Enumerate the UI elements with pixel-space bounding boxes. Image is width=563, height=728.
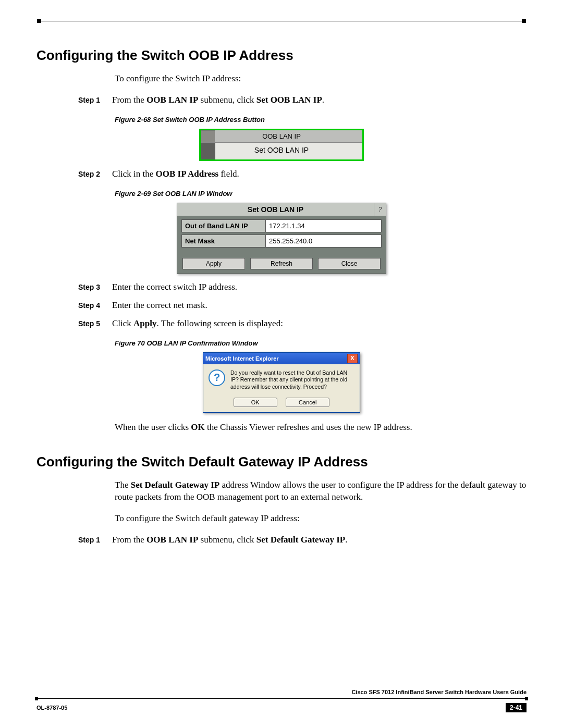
dialog-message: Do you really want to reset the Out of B…	[230, 369, 354, 391]
step-label: Step 3	[78, 282, 112, 292]
figure-69-caption: Figure 2-69 Set OOB LAN IP Window	[115, 190, 527, 198]
close-button[interactable]: Close	[318, 258, 381, 269]
step-label: Step 5	[78, 319, 112, 329]
dialog-titlebar: Microsoft Internet Explorer	[205, 355, 347, 362]
section-heading-default-gateway: Configuring the Switch Default Gateway I…	[36, 454, 527, 470]
step-text: From the OOB LAN IP submenu, click Set D…	[112, 534, 527, 546]
menu-item-set-oob-lan-ip[interactable]: Set OOB LAN IP	[201, 143, 362, 159]
step-label: Step 2	[78, 169, 112, 179]
refresh-button[interactable]: Refresh	[250, 258, 313, 269]
step-text: Click Apply. The following screen is dis…	[112, 318, 527, 330]
footer-horizontal-rule	[36, 698, 527, 702]
intro-text-oob: To configure the Switch IP address:	[115, 73, 527, 85]
label-net-mask: Net Mask	[181, 235, 266, 248]
step-5-oob: Step 5 Click Apply. The following screen…	[78, 318, 527, 330]
help-icon[interactable]: ?	[374, 203, 386, 216]
step-text: Enter the correct net mask.	[112, 300, 527, 312]
figure-70-caption: Figure 70 OOB LAN IP Confirmation Window	[115, 339, 527, 347]
footer-page-number: 2-41	[506, 703, 527, 712]
label-out-of-band-ip: Out of Band LAN IP	[181, 219, 266, 232]
step-text: Click in the OOB IP Address field.	[112, 168, 527, 180]
step-label: Step 1	[78, 95, 112, 105]
figure-69-window: Set OOB LAN IP ? Out of Band LAN IP Net …	[177, 203, 386, 274]
close-icon[interactable]: X	[347, 354, 358, 363]
oob-ip-address-field[interactable]	[266, 219, 382, 232]
step-3-oob: Step 3 Enter the correct switch IP addre…	[78, 281, 527, 293]
top-horizontal-rule	[39, 21, 524, 27]
step-label: Step 1	[78, 535, 112, 545]
ok-button[interactable]: OK	[234, 398, 277, 407]
footer-doc-id: OL-8787-05	[36, 705, 67, 711]
step-1-oob: Step 1 From the OOB LAN IP submenu, clic…	[78, 94, 527, 106]
item-notch-icon	[201, 143, 215, 159]
footer-doc-title: Cisco SFS 7012 InfiniBand Server Switch …	[36, 689, 527, 695]
net-mask-field[interactable]	[266, 235, 382, 248]
menu-tab-oob-lan-ip[interactable]: OOB LAN IP	[201, 130, 362, 143]
intro-text-gateway: To configure the Switch default gateway …	[115, 513, 527, 525]
tab-notch-icon	[201, 130, 215, 142]
step-1-gateway: Step 1 From the OOB LAN IP submenu, clic…	[78, 534, 527, 546]
figure-70-dialog: Microsoft Internet Explorer X ? Do you r…	[203, 352, 360, 413]
page-footer: Cisco SFS 7012 InfiniBand Server Switch …	[36, 698, 527, 712]
step-4-oob: Step 4 Enter the correct net mask.	[78, 300, 527, 312]
figure-68-caption: Figure 2-68 Set Switch OOB IP Address Bu…	[115, 116, 527, 124]
gateway-description: The Set Default Gateway IP address Windo…	[115, 479, 527, 503]
cancel-button[interactable]: Cancel	[286, 398, 329, 407]
figure-68-menu: OOB LAN IP Set OOB LAN IP	[199, 129, 364, 161]
step-2-oob: Step 2 Click in the OOB IP Address field…	[78, 168, 527, 180]
question-icon: ?	[209, 369, 225, 386]
step-text: From the OOB LAN IP submenu, click Set O…	[112, 94, 527, 106]
step-text: Enter the correct switch IP address.	[112, 281, 527, 293]
apply-button[interactable]: Apply	[182, 258, 245, 269]
window-title-set-oob: Set OOB LAN IP	[177, 203, 374, 216]
step-label: Step 4	[78, 301, 112, 311]
section-heading-oob-ip: Configuring the Switch OOB IP Address	[36, 47, 527, 64]
after-fig70-text: When the user clicks OK the Chassis View…	[115, 422, 527, 434]
